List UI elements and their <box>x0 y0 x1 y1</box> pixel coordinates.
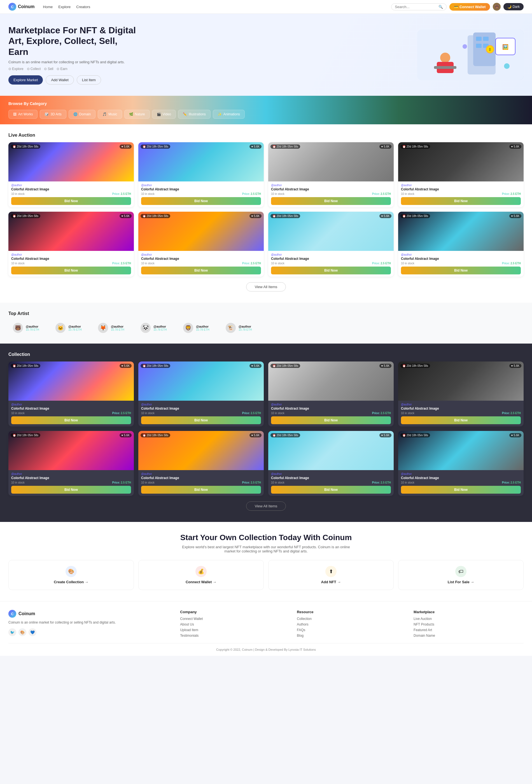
footer-link[interactable]: Collection <box>297 617 407 621</box>
footer-social: 🐦🎨💙 <box>8 628 173 636</box>
nft-likes: ♥ 5.6K <box>250 144 261 149</box>
bid-now-button[interactable]: Bid Now <box>271 416 391 424</box>
action-icon: 🏷 <box>455 566 467 577</box>
svg-rect-9 <box>434 66 456 69</box>
artist-info: @author 10.78 ETH <box>26 325 39 331</box>
footer-logo-icon: C <box>8 610 16 618</box>
category-item[interactable]: 🎵Music <box>98 110 122 119</box>
nft-likes: ♥ 5.6K <box>250 214 261 218</box>
nft-card: ⏰ 20d 18h 05m 58s ♥ 5.6K @author Colorfu… <box>8 142 134 207</box>
nft-timer: ⏰ 20d 18h 05m 58s <box>400 214 430 218</box>
bid-now-button[interactable]: Bid Now <box>11 197 131 205</box>
bid-now-button[interactable]: Bid Now <box>401 416 521 424</box>
nft-author: @author <box>271 472 391 475</box>
nft-author: @author <box>141 253 261 256</box>
footer-link[interactable]: About Us <box>180 622 290 626</box>
top-artist-section: Top Artist 🐻 @author 10.78 ETH 🐱 @author… <box>0 303 532 343</box>
category-item[interactable]: 🎬Video <box>152 110 176 119</box>
nft-info: @author Colorful Abstract Image 10 in st… <box>8 470 134 496</box>
nft-image: ⏰ 20d 18h 05m 58s ♥ 5.6K <box>138 212 264 251</box>
category-item[interactable]: 🖼Art Works <box>8 110 37 119</box>
artist-card[interactable]: 🐱 @author 10.78 ETH <box>51 320 90 335</box>
bid-now-button[interactable]: Bid Now <box>401 267 521 274</box>
artist-card[interactable]: 🐼 @author 10.78 ETH <box>136 320 175 335</box>
footer-link[interactable]: FAQs <box>297 628 407 632</box>
artist-card[interactable]: 🐻 @author 10.78 ETH <box>8 320 48 335</box>
footer-link[interactable]: Testimonials <box>180 634 290 638</box>
view-all-collection-button[interactable]: View All Items <box>246 502 286 511</box>
bid-now-button[interactable]: Bid Now <box>271 486 391 494</box>
svg-rect-3 <box>476 37 482 41</box>
nft-likes: ♥ 5.6K <box>380 364 391 368</box>
nft-info: @author Colorful Abstract Image 10 in st… <box>138 470 264 496</box>
bid-now-button[interactable]: Bid Now <box>141 267 261 274</box>
dark-mode-button[interactable]: 🌙 Dark <box>503 3 524 10</box>
action-card[interactable]: 🎨 Create Collection → <box>8 560 134 590</box>
bid-now-button[interactable]: Bid Now <box>271 197 391 205</box>
nav-home[interactable]: Home <box>43 5 53 9</box>
nft-author: @author <box>141 472 261 475</box>
nft-info: @author Colorful Abstract Image 10 in st… <box>398 181 524 207</box>
nft-meta: 10 in stock Price: 2.5 ETH <box>401 481 521 484</box>
category-item[interactable]: 🎲3D Arts <box>40 110 66 119</box>
footer-link[interactable]: Connect Wallet <box>180 617 290 621</box>
nft-likes: ♥ 5.6K <box>250 433 261 437</box>
bid-now-button[interactable]: Bid Now <box>141 486 261 494</box>
footer-link[interactable]: Blog <box>297 634 407 638</box>
view-all-auction-button[interactable]: View All Items <box>246 282 286 291</box>
category-item[interactable]: 🌿Nature <box>124 110 150 119</box>
footer-link[interactable]: Authors <box>297 622 407 626</box>
bid-now-button[interactable]: Bid Now <box>141 416 261 424</box>
nft-stock: 10 in stock <box>11 481 25 484</box>
bid-now-button[interactable]: Bid Now <box>401 486 521 494</box>
explore-market-button[interactable]: Explore Market <box>8 75 43 85</box>
category-item[interactable]: 🌐Domain <box>68 110 95 119</box>
add-wallet-button[interactable]: Add Wallet <box>46 75 74 85</box>
footer-link[interactable]: NFT Products <box>414 622 524 626</box>
action-card[interactable]: ⬆ Add NFT → <box>268 560 394 590</box>
footer-link[interactable]: Featured Art <box>414 628 524 632</box>
bid-now-button[interactable]: Bid Now <box>271 267 391 274</box>
category-icon: 🌐 <box>73 112 78 116</box>
footer-link[interactable]: Live Auction <box>414 617 524 621</box>
nft-image: ⏰ 20d 18h 05m 58s ♥ 5.6K <box>138 431 264 470</box>
nft-image: ⏰ 20d 18h 05m 58s ♥ 5.6K <box>398 212 524 251</box>
nav-logo[interactable]: C Coinum <box>8 3 35 11</box>
live-auction-title: Live Auction <box>8 133 524 138</box>
bid-now-button[interactable]: Bid Now <box>141 197 261 205</box>
bid-now-button[interactable]: Bid Now <box>11 267 131 274</box>
artist-card[interactable]: 🐮 @author 10.78 ETH <box>221 320 260 335</box>
footer-link[interactable]: Domain Name <box>414 634 524 638</box>
list-item-button[interactable]: List Item <box>77 75 101 85</box>
nft-info: @author Colorful Abstract Image 10 in st… <box>268 470 394 496</box>
category-icon: ✏️ <box>183 112 187 116</box>
nft-timer: ⏰ 20d 18h 05m 58s <box>141 433 170 437</box>
category-label: Art Works <box>18 112 33 116</box>
category-item[interactable]: ✏️Illustrations <box>178 110 211 119</box>
category-item[interactable]: ✨Animations <box>213 110 245 119</box>
nft-price: Price: 2.5 ETH <box>112 481 131 484</box>
nft-author: @author <box>271 184 391 187</box>
social-button[interactable]: 💙 <box>29 628 36 636</box>
social-button[interactable]: 🐦 <box>8 628 16 636</box>
hero-image: 🖼️ ₿ <box>137 30 524 80</box>
bid-now-button[interactable]: Bid Now <box>11 416 131 424</box>
footer-link[interactable]: Upload Item <box>180 628 290 632</box>
search-box[interactable]: 🔍 <box>391 3 447 10</box>
logo-icon: C <box>8 3 16 11</box>
action-card[interactable]: 💰 Connect Wallet → <box>138 560 264 590</box>
nft-stock: 10 in stock <box>401 192 414 195</box>
artist-card[interactable]: 🦊 @author 10.78 ETH <box>93 320 133 335</box>
action-card[interactable]: 🏷 List For Sale → <box>398 560 524 590</box>
social-button[interactable]: 🎨 <box>19 628 26 636</box>
nav-explore[interactable]: Explore <box>58 5 71 9</box>
nav-creators[interactable]: Creators <box>76 5 90 9</box>
bid-now-button[interactable]: Bid Now <box>401 197 521 205</box>
connect-wallet-button[interactable]: 💳 Connect Wallet <box>449 3 490 11</box>
nft-stock: 10 in stock <box>141 262 155 265</box>
nft-stock: 10 in stock <box>401 412 414 415</box>
search-input[interactable] <box>395 5 437 9</box>
avatar[interactable]: 🐻 <box>493 3 501 11</box>
bid-now-button[interactable]: Bid Now <box>11 486 131 494</box>
artist-card[interactable]: 🦁 @author 10.78 ETH <box>179 320 218 335</box>
